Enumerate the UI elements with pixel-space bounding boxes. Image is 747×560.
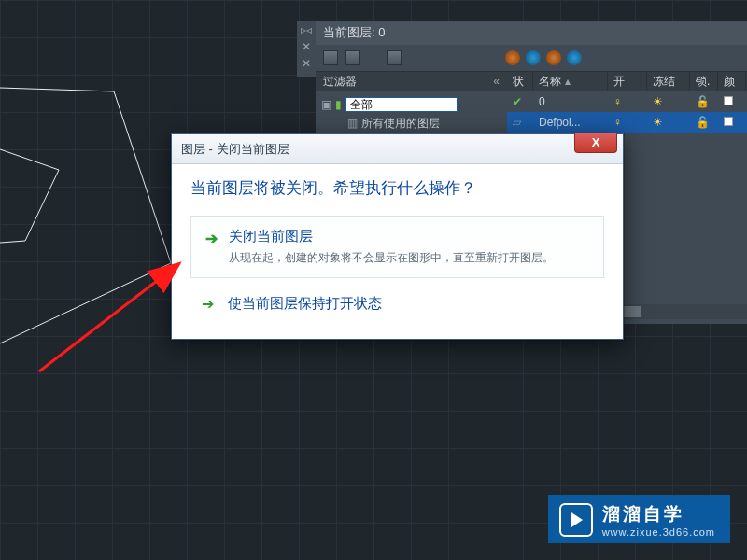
option-desc: 从现在起，创建的对象将不会显示在图形中，直至重新打开图层。 bbox=[229, 249, 590, 266]
layer-list-header: 状 名称▴ 开 冻结 锁. 颜 bbox=[507, 71, 747, 91]
handle-glyph: ▹◃ bbox=[301, 24, 312, 35]
panel-toolbar bbox=[316, 45, 747, 71]
option-title: 使当前图层保持打开状态 bbox=[228, 295, 591, 313]
play-icon bbox=[559, 503, 593, 537]
filter-name-input[interactable] bbox=[345, 97, 458, 112]
watermark-name: 溜溜自学 bbox=[602, 502, 715, 526]
layer-rows: ✔ 0 ♀ ☀ 🔓 ▱ Defpoi... ♀ ☀ 🔓 bbox=[507, 91, 747, 133]
tree-child-row[interactable]: ▥ 所有使用的图层 bbox=[321, 114, 501, 133]
close-icon: X bbox=[592, 135, 600, 149]
lock-open-icon[interactable]: 🔓 bbox=[696, 116, 710, 129]
layer-name-cell: 0 bbox=[533, 95, 608, 108]
dialog-close-button[interactable]: X bbox=[574, 133, 617, 153]
col-status[interactable]: 状 bbox=[507, 72, 533, 91]
option-keep-open[interactable]: ➔ 使当前图层保持打开状态 bbox=[190, 289, 604, 318]
watermark-url: www.zixue.3d66.com bbox=[602, 526, 715, 538]
status-icon: ▱ bbox=[513, 116, 521, 129]
tree-layer-icon: ▮ bbox=[335, 98, 342, 111]
layer-row[interactable]: ▱ Defpoi... ♀ ☀ 🔓 bbox=[507, 112, 747, 133]
filter-collapse-icon[interactable]: « bbox=[493, 75, 500, 88]
col-freeze[interactable]: 冻结 bbox=[647, 72, 690, 91]
new-layer-icon[interactable] bbox=[323, 50, 338, 65]
panel-body: 过滤器 « ▣ ▮ ▥ 所有使用的图层 状 名称▴ 开 冻结 bbox=[316, 71, 747, 136]
status-check-icon: ✔ bbox=[513, 95, 522, 108]
tree-sublayer-icon: ▥ bbox=[347, 117, 358, 130]
close-layer-dialog: 图层 - 关闭当前图层 X 当前图层将被关闭。希望执行什么操作？ ➔ 关闭当前图… bbox=[171, 133, 624, 340]
filter-column: 过滤器 « ▣ ▮ ▥ 所有使用的图层 bbox=[316, 71, 507, 136]
current-layer-row: 当前图层: 0 bbox=[316, 21, 747, 45]
option-title: 关闭当前图层 bbox=[229, 228, 590, 245]
panel-menu-icon: ✕ bbox=[302, 58, 311, 69]
swirl-icon-4[interactable] bbox=[567, 50, 582, 65]
swirl-icon-2[interactable] bbox=[526, 50, 541, 65]
layer-name-cell: Defpoi... bbox=[533, 116, 608, 129]
pin-icon: ✕ bbox=[302, 41, 311, 52]
sort-asc-icon: ▴ bbox=[565, 75, 571, 88]
arrow-right-icon: ➔ bbox=[202, 295, 214, 313]
tree-collapse-icon[interactable]: ▣ bbox=[321, 98, 331, 111]
tree-root-row[interactable]: ▣ ▮ bbox=[321, 95, 501, 114]
col-on[interactable]: 开 bbox=[608, 72, 647, 91]
dialog-question: 当前图层将被关闭。希望执行什么操作？ bbox=[190, 177, 604, 199]
dialog-titlebar[interactable]: 图层 - 关闭当前图层 X bbox=[172, 134, 623, 164]
sun-icon[interactable]: ☀ bbox=[653, 95, 663, 108]
dialog-body: 当前图层将被关闭。希望执行什么操作？ ➔ 关闭当前图层 从现在起，创建的对象将不… bbox=[172, 164, 623, 339]
col-name[interactable]: 名称▴ bbox=[533, 72, 608, 91]
option-close-layer[interactable]: ➔ 关闭当前图层 从现在起，创建的对象将不会显示在图形中，直至重新打开图层。 bbox=[190, 216, 604, 278]
tree-child-label: 所有使用的图层 bbox=[361, 116, 440, 132]
panel-handle[interactable]: ▹◃ ✕ ✕ bbox=[297, 21, 316, 77]
new-group-icon[interactable] bbox=[345, 50, 360, 65]
current-layer-label: 当前图层: 0 bbox=[323, 24, 385, 41]
color-swatch[interactable] bbox=[724, 96, 733, 105]
layer-states-icon[interactable] bbox=[387, 50, 402, 65]
bulb-on-icon[interactable]: ♀ bbox=[613, 95, 622, 108]
swirl-icon-3[interactable] bbox=[546, 50, 561, 65]
watermark: 溜溜自学 www.zixue.3d66.com bbox=[548, 495, 730, 543]
layer-row[interactable]: ✔ 0 ♀ ☀ 🔓 bbox=[507, 91, 747, 112]
layer-list-column: 状 名称▴ 开 冻结 锁. 颜 ✔ 0 ♀ ☀ 🔓 ▱ Defpoi... bbox=[507, 71, 747, 136]
dialog-title-text: 图层 - 关闭当前图层 bbox=[181, 141, 289, 158]
swirl-icon-1[interactable] bbox=[505, 50, 520, 65]
lock-open-icon[interactable]: 🔓 bbox=[696, 95, 710, 108]
col-color[interactable]: 颜 bbox=[718, 72, 746, 91]
arrow-right-icon: ➔ bbox=[203, 230, 219, 246]
col-lock[interactable]: 锁. bbox=[690, 72, 718, 91]
filter-tree: ▣ ▮ ▥ 所有使用的图层 bbox=[316, 91, 507, 136]
bulb-on-icon[interactable]: ♀ bbox=[613, 116, 622, 129]
filter-header: 过滤器 « bbox=[316, 71, 507, 91]
sun-icon[interactable]: ☀ bbox=[653, 116, 663, 129]
color-swatch[interactable] bbox=[724, 117, 733, 126]
